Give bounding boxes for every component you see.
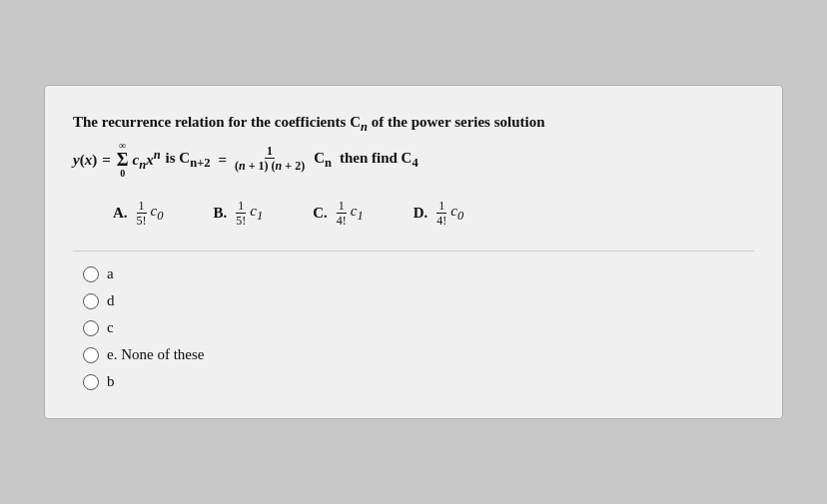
series-term: cnxn xyxy=(133,145,161,175)
radio-e[interactable] xyxy=(83,347,99,363)
radio-c[interactable] xyxy=(83,320,99,336)
choice-b: B. 1 5! c1 xyxy=(214,199,264,230)
choice-d-num: 1 xyxy=(436,199,446,214)
choice-a-den: 5! xyxy=(135,214,149,230)
option-c[interactable]: c xyxy=(83,319,754,336)
recurrence-fraction: 1 (n + 1) (n + 2) xyxy=(233,144,307,175)
choice-b-num: 1 xyxy=(236,199,246,214)
option-b-label: b xyxy=(107,373,115,390)
choice-c-den: 4! xyxy=(335,214,349,230)
cn-term: Cn xyxy=(314,146,332,173)
options-list: a d c e. None of these b xyxy=(73,265,754,390)
choice-b-var: c1 xyxy=(250,203,263,224)
choice-c-fraction: 1 4! xyxy=(335,199,349,230)
cn-subscript: n xyxy=(361,120,368,134)
choice-d-letter: D. xyxy=(414,205,428,222)
choice-a-num: 1 xyxy=(137,199,147,214)
radio-b[interactable] xyxy=(83,374,99,390)
choice-b-math: 1 5! c1 xyxy=(233,199,263,230)
choice-c-letter: C. xyxy=(313,205,328,222)
equals-sign2: = xyxy=(219,148,228,172)
choice-a-letter: A. xyxy=(113,205,128,222)
choice-d-den: 4! xyxy=(434,214,448,230)
equals-sign: = xyxy=(102,148,111,172)
choice-c-num: 1 xyxy=(337,199,347,214)
choice-c: C. 1 4! c1 xyxy=(313,199,364,230)
choice-c-math: 1 4! c1 xyxy=(334,199,364,230)
option-d[interactable]: d xyxy=(83,292,754,309)
option-c-label: c xyxy=(107,319,114,336)
choice-b-letter: B. xyxy=(214,205,228,222)
question-card: The recurrence relation for the coeffici… xyxy=(44,85,783,420)
is-label: is Cn+2 xyxy=(166,146,211,173)
choice-b-fraction: 1 5! xyxy=(234,199,248,230)
option-a[interactable]: a xyxy=(83,265,754,282)
choice-d-math: 1 4! c0 xyxy=(433,199,463,230)
choice-d-var: c0 xyxy=(450,203,463,224)
choice-a-math: 1 5! c0 xyxy=(134,199,164,230)
find-label: then find C4 xyxy=(340,146,418,173)
radio-d[interactable] xyxy=(83,293,99,309)
question-text: The recurrence relation for the coeffici… xyxy=(73,110,754,179)
sum-notation: ∞ Σ 0 xyxy=(117,141,129,179)
question-line2: y(x) = ∞ Σ 0 cnxn is Cn+2 = 1 (n + 1) (n… xyxy=(73,141,754,179)
option-d-label: d xyxy=(107,292,115,309)
choice-c-var: c1 xyxy=(351,203,364,224)
divider xyxy=(73,251,754,252)
option-e[interactable]: e. None of these xyxy=(83,346,754,363)
choice-a: A. 1 5! c0 xyxy=(113,199,164,230)
option-b[interactable]: b xyxy=(83,373,754,390)
y-of-x: y(x) xyxy=(73,148,97,172)
choice-d: D. 1 4! c0 xyxy=(414,199,464,230)
fraction-denominator: (n + 1) (n + 2) xyxy=(233,159,307,175)
choice-a-var: c0 xyxy=(151,203,164,224)
option-a-label: a xyxy=(107,265,114,282)
choice-a-fraction: 1 5! xyxy=(135,199,149,230)
option-e-label: e. None of these xyxy=(107,346,204,363)
choices-row: A. 1 5! c0 B. 1 5! c1 C. xyxy=(73,199,754,230)
question-line1: The recurrence relation for the coeffici… xyxy=(73,110,754,137)
fraction-numerator: 1 xyxy=(265,144,275,159)
choice-d-fraction: 1 4! xyxy=(434,199,448,230)
choice-b-den: 5! xyxy=(234,214,248,230)
radio-a[interactable] xyxy=(83,266,99,282)
